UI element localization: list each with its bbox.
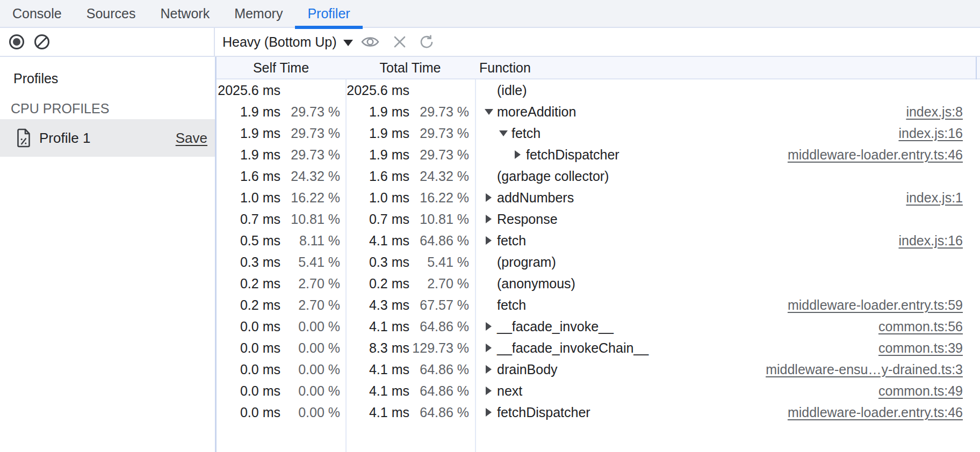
table-row[interactable]: 0.0 ms0.00 %4.1 ms64.86 %drainBodymiddle…	[217, 359, 980, 380]
expand-arrow-icon[interactable]	[514, 151, 522, 159]
column-header-self-time[interactable]: Self Time	[217, 57, 345, 78]
total-time-ms: 4.3 ms	[345, 294, 409, 316]
total-time-pct: 64.86 %	[409, 230, 469, 251]
expand-arrow-icon[interactable]	[485, 344, 493, 352]
table-row[interactable]: 0.0 ms0.00 %4.1 ms64.86 %fetchDispatcher…	[217, 402, 980, 423]
table-row[interactable]: 0.0 ms0.00 %4.1 ms64.86 %__facade_invoke…	[217, 316, 980, 337]
source-link[interactable]: common.ts:56	[878, 316, 963, 337]
cpu-profiles-section-label: CPU PROFILES	[0, 99, 215, 118]
expand-arrow-icon[interactable]	[485, 366, 493, 374]
total-time-ms: 2025.6 ms	[345, 79, 409, 101]
tab-console[interactable]: Console	[0, 0, 74, 27]
function-cell: Response	[485, 208, 558, 230]
function-name: fetch	[497, 230, 526, 251]
total-time-pct: 64.86 %	[409, 380, 469, 402]
total-time-ms: 4.1 ms	[345, 359, 409, 380]
tab-memory[interactable]: Memory	[222, 0, 295, 27]
triangle-right-icon	[486, 365, 492, 374]
table-row[interactable]: 2025.6 ms2025.6 ms(idle)	[217, 79, 980, 101]
total-time-ms: 1.6 ms	[345, 165, 409, 187]
expand-arrow-icon[interactable]	[485, 323, 493, 331]
tab-profiler[interactable]: Profiler	[295, 0, 362, 27]
table-row[interactable]: 0.3 ms5.41 %0.3 ms5.41 %(program)	[217, 251, 980, 273]
column-header-total-time[interactable]: Total Time	[345, 57, 475, 78]
function-cell: (garbage collector)	[485, 165, 609, 187]
function-cell: fetch	[485, 230, 526, 251]
function-name: (program)	[497, 251, 556, 273]
total-time-ms: 1.9 ms	[345, 122, 409, 144]
profiler-main: Profiles CPU PROFILES Profile 1 Save Sel…	[0, 57, 980, 452]
self-time-pct: 29.73 %	[280, 144, 340, 165]
triangle-right-icon	[486, 322, 492, 331]
close-x-icon[interactable]	[393, 35, 406, 48]
self-time-ms: 1.6 ms	[217, 165, 280, 187]
source-link[interactable]: index.js:16	[898, 230, 963, 251]
table-row[interactable]: 1.9 ms29.73 %1.9 ms29.73 %fetchindex.js:…	[217, 122, 980, 144]
function-cell: fetchDispatcher	[485, 402, 590, 423]
total-time-pct: 5.41 %	[409, 251, 469, 273]
table-row[interactable]: 1.0 ms16.22 %1.0 ms16.22 %addNumbersinde…	[217, 187, 980, 208]
tab-network[interactable]: Network	[148, 0, 222, 27]
triangle-right-icon	[486, 193, 492, 202]
self-time-ms: 0.3 ms	[217, 251, 280, 273]
source-link[interactable]: common.ts:39	[878, 337, 963, 359]
self-time-pct: 16.22 %	[280, 187, 340, 208]
chevron-down-icon[interactable]	[343, 40, 353, 46]
table-row[interactable]: 0.0 ms0.00 %8.3 ms129.73 %__facade_invok…	[217, 337, 980, 359]
triangle-right-icon	[486, 408, 492, 417]
source-link[interactable]: index.js:8	[906, 101, 963, 122]
expand-arrow-icon[interactable]	[485, 108, 493, 116]
arrow-placeholder	[485, 280, 493, 288]
focus-eye-icon[interactable]	[361, 35, 379, 48]
record-circle-icon[interactable]	[9, 34, 24, 49]
triangle-right-icon	[515, 150, 521, 159]
triangle-right-icon	[486, 344, 492, 352]
source-link[interactable]: index.js:16	[898, 122, 963, 144]
table-row[interactable]: 0.0 ms0.00 %4.1 ms64.86 %nextcommon.ts:4…	[217, 380, 980, 402]
sidebar-item-profile-1[interactable]: Profile 1 Save	[0, 119, 215, 157]
self-time-ms: 0.2 ms	[217, 294, 280, 316]
source-link[interactable]: middleware-loader.entry.ts:59	[788, 294, 963, 316]
expand-arrow-icon[interactable]	[485, 237, 493, 245]
self-time-pct: 8.11 %	[280, 230, 340, 251]
table-row[interactable]: 0.2 ms2.70 %0.2 ms2.70 %(anonymous)	[217, 273, 980, 294]
refresh-icon[interactable]	[419, 34, 434, 49]
view-mode-select[interactable]: Heavy (Bottom Up)	[222, 34, 337, 50]
self-time-pct: 2.70 %	[280, 294, 340, 316]
table-row[interactable]: 1.6 ms24.32 %1.6 ms24.32 %(garbage colle…	[217, 165, 980, 187]
source-link[interactable]: index.js:1	[906, 187, 963, 208]
save-profile-link[interactable]: Save	[176, 130, 207, 147]
function-name: Response	[497, 208, 558, 230]
profile-data-grid: Self Time Total Time Function 2025.6 ms2…	[217, 57, 980, 452]
profile-document-icon	[16, 128, 31, 148]
table-row[interactable]: 0.2 ms2.70 %4.3 ms67.57 %fetchmiddleware…	[217, 294, 980, 316]
self-time-ms: 0.2 ms	[217, 273, 280, 294]
table-row[interactable]: 1.9 ms29.73 %1.9 ms29.73 %fetchDispatche…	[217, 144, 980, 165]
expand-arrow-icon[interactable]	[485, 387, 493, 395]
expand-arrow-icon[interactable]	[485, 194, 493, 202]
block-circle-icon[interactable]	[34, 34, 49, 49]
source-link[interactable]: middleware-ensu…y-drained.ts:3	[766, 359, 963, 380]
self-time-pct: 0.00 %	[280, 316, 340, 337]
self-time-ms: 2025.6 ms	[217, 79, 280, 101]
self-time-pct: 0.00 %	[280, 380, 340, 402]
function-name: next	[497, 380, 522, 402]
expand-arrow-icon[interactable]	[485, 409, 493, 417]
source-link[interactable]: middleware-loader.entry.ts:46	[788, 144, 963, 165]
profiler-record-controls	[0, 28, 215, 56]
triangle-right-icon	[486, 236, 492, 245]
self-time-pct: 0.00 %	[280, 337, 340, 359]
table-row[interactable]: 0.5 ms8.11 %4.1 ms64.86 %fetchindex.js:1…	[217, 230, 980, 251]
table-row[interactable]: 0.7 ms10.81 %0.7 ms10.81 %Response	[217, 208, 980, 230]
function-name: fetchDispatcher	[497, 402, 590, 423]
function-name: fetch	[511, 122, 541, 144]
expand-arrow-icon[interactable]	[499, 129, 507, 137]
column-header-function[interactable]: Function	[479, 57, 531, 78]
tab-sources[interactable]: Sources	[74, 0, 148, 27]
source-link[interactable]: middleware-loader.entry.ts:46	[788, 402, 963, 423]
expand-arrow-icon[interactable]	[485, 215, 493, 223]
table-row[interactable]: 1.9 ms29.73 %1.9 ms29.73 %moreAdditionin…	[217, 101, 980, 122]
source-link[interactable]: common.ts:49	[878, 380, 963, 402]
arrow-placeholder	[485, 86, 493, 94]
profiler-toolbar: Heavy (Bottom Up)	[0, 28, 980, 57]
